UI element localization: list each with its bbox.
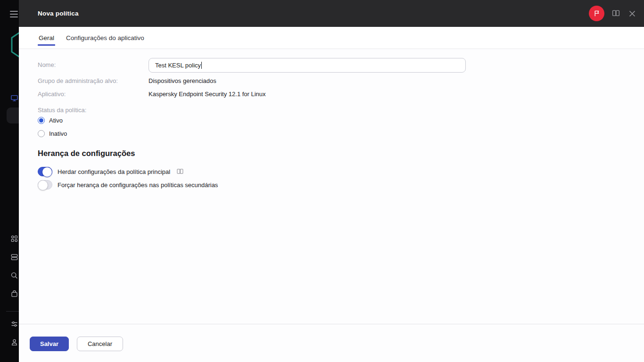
tab-geral[interactable]: Geral bbox=[38, 27, 55, 49]
force-inheritance-label: Forçar herança de configurações nas polí… bbox=[58, 181, 218, 189]
target-group-label: Grupo de administração alvo: bbox=[38, 77, 118, 84]
text-cursor bbox=[201, 62, 202, 69]
new-policy-dialog: Nova política Geral bbox=[19, 0, 644, 362]
radio-ativo[interactable] bbox=[38, 117, 45, 124]
inherit-settings-toggle[interactable] bbox=[38, 167, 52, 176]
radio-inativo-label: Inativo bbox=[49, 130, 67, 137]
help-book-icon[interactable] bbox=[611, 9, 620, 18]
policy-name-input[interactable]: Test KESL policy bbox=[149, 58, 466, 73]
force-inheritance-row[interactable]: Forçar herança de configurações nas polí… bbox=[38, 180, 218, 189]
inherit-settings-label: Herdar configurações da política princip… bbox=[58, 168, 170, 175]
policy-name-value: Test KESL policy bbox=[155, 62, 201, 69]
marketplace-bag-icon[interactable] bbox=[10, 290, 18, 298]
inherit-help-book-icon[interactable] bbox=[176, 168, 184, 175]
close-icon[interactable] bbox=[627, 9, 636, 18]
inheritance-heading: Herança de configurações bbox=[38, 149, 135, 158]
menu-hamburger-icon[interactable] bbox=[10, 11, 18, 17]
devices-monitor-icon[interactable] bbox=[10, 94, 18, 102]
force-inheritance-toggle[interactable] bbox=[38, 180, 52, 189]
inherit-settings-row[interactable]: Herdar configurações da política princip… bbox=[38, 167, 184, 176]
tab-configuracoes-label: Configurações do aplicativo bbox=[66, 34, 144, 41]
sidebar-selected-item[interactable] bbox=[7, 107, 19, 123]
application-value: Kaspersky Endpoint Security 12.1 for Lin… bbox=[149, 90, 266, 98]
tab-configuracoes-aplicativo[interactable]: Configurações do aplicativo bbox=[65, 27, 145, 49]
kaspersky-logo-icon bbox=[0, 31, 19, 65]
console-settings-icon[interactable] bbox=[10, 320, 18, 328]
radio-inativo[interactable] bbox=[38, 130, 45, 137]
cancel-button[interactable]: Cancelar bbox=[77, 337, 123, 351]
dialog-footer: Salvar Cancelar bbox=[19, 324, 644, 362]
save-button[interactable]: Salvar bbox=[30, 337, 69, 351]
sidebar bbox=[0, 0, 19, 362]
name-label: Nome: bbox=[38, 61, 56, 68]
application-label: Aplicativo: bbox=[38, 90, 66, 98]
radio-option-inativo[interactable]: Inativo bbox=[38, 130, 67, 137]
search-icon[interactable] bbox=[10, 272, 18, 280]
target-group-value: Dispositivos gerenciados bbox=[149, 77, 216, 84]
dialog-header: Nova política bbox=[19, 0, 644, 27]
radio-option-ativo[interactable]: Ativo bbox=[38, 117, 63, 124]
dialog-title: Nova política bbox=[38, 10, 79, 17]
notifications-flag-icon[interactable] bbox=[589, 6, 604, 21]
tab-bar: Geral Configurações do aplicativo bbox=[19, 27, 644, 49]
users-icon[interactable] bbox=[10, 235, 18, 243]
servers-icon[interactable] bbox=[10, 253, 18, 261]
radio-ativo-label: Ativo bbox=[49, 117, 63, 124]
sidebar-divider bbox=[6, 311, 19, 312]
account-icon[interactable] bbox=[10, 338, 18, 346]
dialog-content: Nome: Test KESL policy Grupo de administ… bbox=[19, 49, 644, 324]
tab-geral-label: Geral bbox=[39, 34, 54, 41]
policy-status-label: Status da política: bbox=[38, 107, 86, 114]
